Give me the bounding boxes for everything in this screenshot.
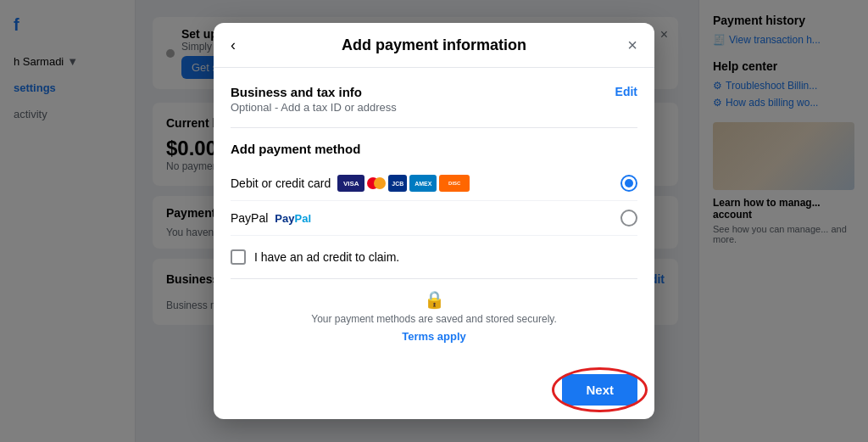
modal-back-button[interactable]: ‹ bbox=[231, 37, 236, 53]
ad-credit-checkbox-row[interactable]: I have an ad credit to claim. bbox=[231, 249, 637, 265]
modal-body: Business and tax info Optional - Add a t… bbox=[214, 68, 654, 361]
mastercard-logo bbox=[367, 175, 386, 192]
business-tax-title: Business and tax info bbox=[231, 85, 397, 99]
amex-logo: AMEX bbox=[409, 175, 437, 192]
business-tax-sub: Optional - Add a tax ID or address bbox=[231, 101, 397, 114]
modal-title: Add payment information bbox=[342, 36, 526, 54]
paypal-logo: PayPal bbox=[275, 212, 311, 225]
modal-overlay: ‹ Add payment information × Business and… bbox=[0, 0, 868, 442]
modal-header: ‹ Add payment information × bbox=[214, 23, 654, 68]
next-button-wrapper: Next bbox=[562, 374, 637, 406]
business-tax-edit-link[interactable]: Edit bbox=[615, 85, 637, 98]
next-button[interactable]: Next bbox=[562, 374, 637, 406]
modal: ‹ Add payment information × Business and… bbox=[214, 23, 654, 419]
visa-logo: VISA bbox=[337, 175, 364, 192]
paypal-option-left: PayPal PayPal bbox=[231, 211, 311, 225]
paypal-payment-option[interactable]: PayPal PayPal bbox=[231, 201, 637, 236]
modal-footer: Next bbox=[214, 361, 654, 419]
paypal-radio[interactable] bbox=[620, 210, 637, 227]
card-payment-option[interactable]: Debit or credit card VISA JCB AMEX DISC bbox=[231, 166, 637, 201]
security-footer: 🔒 Your payment methods are saved and sto… bbox=[231, 278, 637, 344]
business-tax-section: Business and tax info Optional - Add a t… bbox=[231, 85, 637, 128]
lock-icon: 🔒 bbox=[231, 289, 637, 310]
card-option-label: Debit or credit card bbox=[231, 176, 331, 190]
payment-method-section-title: Add payment method bbox=[231, 142, 637, 156]
ad-credit-label: I have an ad credit to claim. bbox=[254, 250, 399, 264]
modal-close-button[interactable]: × bbox=[627, 36, 637, 53]
business-tax-info: Business and tax info Optional - Add a t… bbox=[231, 85, 397, 114]
jcb-logo: JCB bbox=[388, 175, 407, 192]
card-radio-selected[interactable] bbox=[620, 175, 637, 192]
card-logos: VISA JCB AMEX DISC bbox=[337, 175, 470, 192]
card-radio-inner bbox=[625, 179, 633, 187]
card-option-left: Debit or credit card VISA JCB AMEX DISC bbox=[231, 175, 470, 192]
terms-link[interactable]: Terms apply bbox=[402, 330, 466, 343]
security-text: Your payment methods are saved and store… bbox=[231, 313, 637, 325]
paypal-option-label: PayPal bbox=[231, 211, 268, 225]
ad-credit-checkbox[interactable] bbox=[231, 249, 246, 265]
discover-logo: DISC bbox=[439, 175, 470, 192]
